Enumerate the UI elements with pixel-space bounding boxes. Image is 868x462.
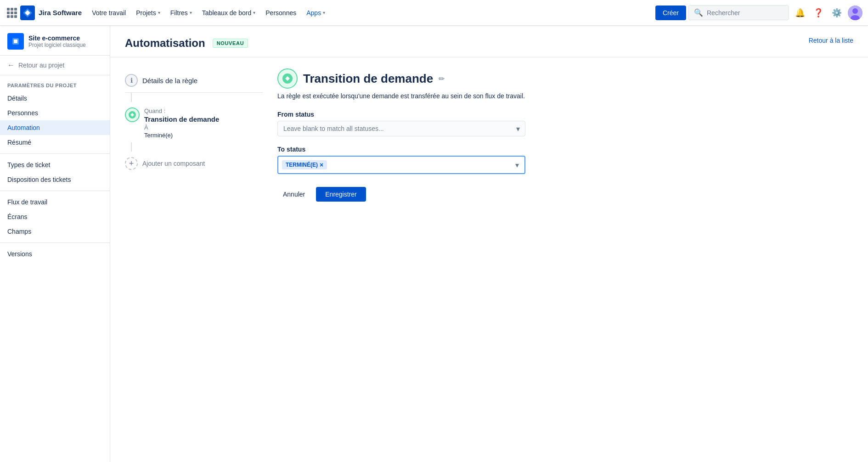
notifications-button[interactable]: 🔔	[793, 6, 807, 20]
sidebar-item-label: Résumé	[7, 139, 31, 146]
rule-form-panel: Transition de demande ✏ La règle est exé…	[277, 68, 853, 202]
nav-projets[interactable]: Projets ▾	[131, 6, 165, 20]
top-navigation: Votre travail Projets ▾ Filtres ▾ Tablea…	[87, 6, 652, 20]
plus-icon: +	[125, 157, 138, 170]
trigger-subtitle: À	[144, 124, 219, 131]
search-placeholder: Rechercher	[707, 9, 740, 17]
project-icon	[7, 33, 24, 50]
form-title: Transition de demande	[303, 72, 433, 86]
nav-personnes[interactable]: Personnes	[261, 6, 301, 20]
nav-votre-travail[interactable]: Votre travail	[87, 6, 130, 20]
main-content: Automatisation NOUVEAU Retour à la liste…	[110, 26, 868, 462]
back-label: Retour au projet	[18, 62, 64, 69]
form-description: La règle est exécutée lorsqu'une demande…	[277, 92, 853, 100]
sidebar-section-project-settings: Paramètres du projet	[0, 75, 110, 91]
sidebar-item-resume[interactable]: Résumé	[0, 135, 110, 150]
header-left: Automatisation NOUVEAU	[125, 37, 248, 50]
nav-apps[interactable]: Apps ▾	[302, 6, 330, 20]
grid-menu-icon[interactable]	[6, 6, 18, 19]
rule-details-step[interactable]: ℹ Détails de la règle	[125, 68, 263, 93]
topnav: Jira Software Votre travail Projets ▾ Fi…	[0, 0, 868, 26]
from-status-field: From status Leave blank to match all sta…	[277, 111, 853, 136]
trigger-title: Transition de demande	[144, 115, 219, 123]
sidebar-item-label: Disposition des tickets	[7, 176, 71, 183]
topnav-right-actions: 🔍 Rechercher 🔔 ❓ ⚙️	[688, 5, 862, 20]
sidebar-item-label: Versions	[7, 250, 32, 258]
info-icon: ℹ	[125, 74, 138, 87]
sidebar-divider	[0, 153, 110, 154]
user-avatar[interactable]	[848, 6, 862, 20]
sidebar-item-details[interactable]: Détails	[0, 91, 110, 106]
chevron-down-icon: ▾	[253, 10, 255, 15]
sidebar-item-automation[interactable]: Automation	[0, 120, 110, 135]
from-status-select[interactable]: Leave blank to match all statuses...	[277, 121, 525, 136]
to-status-label: To status	[277, 146, 853, 153]
page-layout: Site e-commerce Projet logiciel classiqu…	[0, 26, 868, 462]
from-status-label: From status	[277, 111, 853, 118]
create-button[interactable]: Créer	[655, 6, 686, 20]
to-status-multi-select[interactable]: TERMINÉ(E) × ▾	[277, 156, 525, 174]
add-component-button[interactable]: + Ajouter un composant	[125, 152, 263, 175]
sidebar-item-champs[interactable]: Champs	[0, 224, 110, 239]
cancel-button[interactable]: Annuler	[277, 187, 310, 202]
chevron-down-icon: ▾	[323, 10, 325, 15]
save-button[interactable]: Enregistrer	[316, 187, 366, 202]
step-label: Détails de la règle	[142, 77, 197, 85]
automation-body: ℹ Détails de la règle Quand : Transition…	[110, 57, 868, 213]
tag-label: TERMINÉ(E)	[286, 162, 318, 168]
nav-filtres[interactable]: Filtres ▾	[166, 6, 197, 20]
to-status-field: To status TERMINÉ(E) × ▾	[277, 146, 853, 174]
step-connector	[131, 93, 132, 102]
sidebar-item-flux[interactable]: Flux de travail	[0, 195, 110, 209]
sidebar-item-label: Flux de travail	[7, 198, 47, 206]
app-name: Jira Software	[39, 9, 82, 17]
sidebar-item-versions[interactable]: Versions	[0, 247, 110, 261]
rule-steps-panel: ℹ Détails de la règle Quand : Transition…	[125, 68, 263, 202]
sidebar-divider-3	[0, 242, 110, 243]
sidebar-item-personnes[interactable]: Personnes	[0, 106, 110, 120]
form-icon	[277, 68, 298, 89]
sidebar-item-label: Champs	[7, 228, 31, 235]
nav-tableaux[interactable]: Tableaux de bord ▾	[197, 6, 260, 20]
edit-icon[interactable]: ✏	[439, 74, 445, 83]
help-button[interactable]: ❓	[811, 6, 826, 20]
form-header: Transition de demande ✏	[277, 68, 853, 89]
trigger-icon	[125, 107, 140, 122]
trigger-label: Quand :	[144, 107, 219, 114]
search-icon: 🔍	[694, 8, 703, 17]
sidebar-item-disposition[interactable]: Disposition des tickets	[0, 172, 110, 187]
search-bar[interactable]: 🔍 Rechercher	[688, 5, 789, 20]
sidebar-item-label: Types de ticket	[7, 161, 50, 169]
sidebar-item-label: Écrans	[7, 213, 28, 220]
new-badge: NOUVEAU	[213, 39, 248, 48]
sidebar-item-label: Détails	[7, 95, 27, 102]
page-header: Automatisation NOUVEAU Retour à la liste	[110, 26, 868, 57]
svg-point-2	[852, 8, 858, 14]
svg-rect-6	[14, 39, 17, 43]
status-tag: TERMINÉ(E) ×	[282, 160, 327, 169]
chevron-down-icon: ▾	[158, 10, 160, 15]
chevron-down-icon: ▾	[190, 10, 192, 15]
sidebar-divider-2	[0, 191, 110, 191]
page-title: Automatisation	[125, 37, 205, 50]
sidebar-item-label: Automation	[7, 124, 40, 131]
project-header: Site e-commerce Projet logiciel classiqu…	[0, 26, 110, 56]
tag-remove-button[interactable]: ×	[320, 161, 323, 169]
form-actions: Annuler Enregistrer	[277, 187, 853, 202]
sidebar-item-label: Personnes	[7, 109, 38, 117]
sidebar-item-types-ticket[interactable]: Types de ticket	[0, 158, 110, 172]
sidebar: Site e-commerce Projet logiciel classiqu…	[0, 26, 110, 462]
trigger-step[interactable]: Quand : Transition de demande À Terminé(…	[125, 102, 263, 142]
project-type: Projet logiciel classique	[28, 42, 86, 48]
settings-button[interactable]: ⚙️	[829, 6, 844, 20]
back-to-project[interactable]: ← Retour au projet	[0, 56, 110, 75]
step-connector-2	[131, 142, 132, 152]
project-name: Site e-commerce	[28, 34, 86, 42]
back-to-list-link[interactable]: Retour à la liste	[809, 37, 853, 44]
trigger-value: Terminé(e)	[144, 132, 219, 139]
app-logo[interactable]: Jira Software	[20, 6, 82, 20]
chevron-down-icon: ▾	[515, 161, 519, 169]
arrow-left-icon: ←	[7, 61, 15, 69]
add-component-label: Ajouter un composant	[142, 160, 205, 167]
sidebar-item-ecrans[interactable]: Écrans	[0, 209, 110, 224]
